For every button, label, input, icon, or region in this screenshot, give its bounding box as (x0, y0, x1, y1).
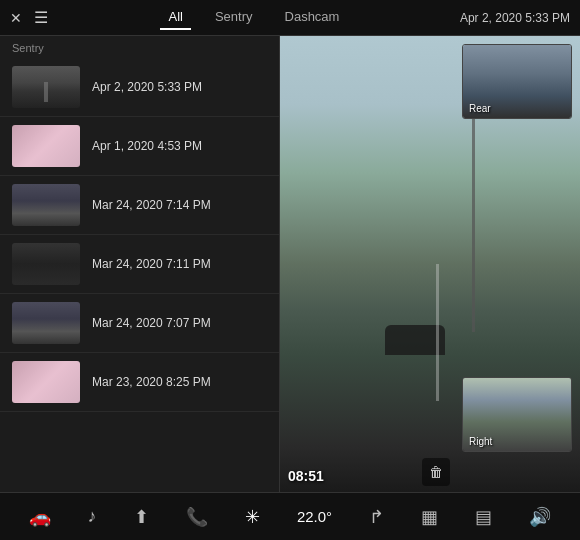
clip-date: Mar 24, 2020 7:14 PM (92, 198, 267, 212)
signal-icon[interactable]: ▤ (475, 506, 492, 528)
rear-camera-label: Rear (469, 103, 491, 114)
list-item[interactable]: Apr 2, 2020 5:33 PM (0, 58, 279, 117)
music-icon[interactable]: ♪ (88, 506, 97, 527)
clip-date: Mar 23, 2020 8:25 PM (92, 375, 267, 389)
tab-dashcam[interactable]: Dashcam (277, 5, 348, 30)
clip-list: Apr 2, 2020 5:33 PM Apr 1, 2020 4:53 PM … (0, 58, 279, 492)
header-time: Apr 2, 2020 5:33 PM (460, 11, 570, 25)
upload-icon[interactable]: ⬆ (134, 506, 149, 528)
nav-icon[interactable]: ↱ (369, 506, 384, 528)
temperature-display[interactable]: 22.0° (297, 508, 332, 525)
phone-icon[interactable]: 📞 (186, 506, 208, 528)
right-panel: Rear Right 08:51 🗑 (280, 36, 580, 492)
main-content: Sentry Apr 2, 2020 5:33 PM Apr 1, 2020 4… (0, 36, 580, 492)
right-camera-overlay: Right (462, 377, 572, 452)
main-video-view: Rear Right 08:51 🗑 (280, 36, 580, 492)
volume-icon[interactable]: 🔊 (529, 506, 551, 528)
clip-meta: Mar 24, 2020 7:14 PM (92, 198, 267, 212)
list-item[interactable]: Mar 24, 2020 7:07 PM (0, 294, 279, 353)
fan-icon[interactable]: ✳ (245, 506, 260, 528)
video-timestamp: 08:51 (288, 468, 324, 484)
top-bar-tabs: All Sentry Dashcam (64, 5, 444, 30)
clip-thumbnail (12, 302, 80, 344)
clip-date: Apr 2, 2020 5:33 PM (92, 80, 267, 94)
clip-meta: Mar 24, 2020 7:11 PM (92, 257, 267, 271)
clip-thumbnail (12, 243, 80, 285)
close-icon[interactable]: ✕ (10, 10, 22, 26)
delete-button[interactable]: 🗑 (422, 458, 450, 486)
list-item[interactable]: Mar 23, 2020 8:25 PM (0, 353, 279, 412)
list-item[interactable]: Apr 1, 2020 4:53 PM (0, 117, 279, 176)
bottom-bar: 🚗 ♪ ⬆ 📞 ✳ 22.0° ↱ ▦ ▤ 🔊 (0, 492, 580, 540)
list-item[interactable]: Mar 24, 2020 7:14 PM (0, 176, 279, 235)
right-camera-label: Right (469, 436, 492, 447)
left-panel: Sentry Apr 2, 2020 5:33 PM Apr 1, 2020 4… (0, 36, 280, 492)
clip-date: Mar 24, 2020 7:11 PM (92, 257, 267, 271)
top-bar-left: ✕ ☰ (10, 8, 48, 27)
clip-thumbnail (12, 361, 80, 403)
clip-meta: Apr 2, 2020 5:33 PM (92, 80, 267, 94)
list-item[interactable]: Mar 24, 2020 7:11 PM (0, 235, 279, 294)
top-bar: ✕ ☰ All Sentry Dashcam Apr 2, 2020 5:33 … (0, 0, 580, 36)
clip-meta: Mar 24, 2020 7:07 PM (92, 316, 267, 330)
scene-element (472, 104, 475, 332)
tab-sentry[interactable]: Sentry (207, 5, 261, 30)
clip-thumbnail (12, 66, 80, 108)
scene-element (436, 264, 439, 401)
temp-value: 22.0° (297, 508, 332, 525)
clip-meta: Apr 1, 2020 4:53 PM (92, 139, 267, 153)
car-icon[interactable]: 🚗 (29, 506, 51, 528)
clip-date: Apr 1, 2020 4:53 PM (92, 139, 267, 153)
section-label: Sentry (0, 36, 279, 58)
clip-thumbnail (12, 125, 80, 167)
clip-date: Mar 24, 2020 7:07 PM (92, 316, 267, 330)
clip-thumbnail (12, 184, 80, 226)
clip-meta: Mar 23, 2020 8:25 PM (92, 375, 267, 389)
menu-icon[interactable]: ☰ (34, 8, 48, 27)
wifi-icon[interactable]: ▦ (421, 506, 438, 528)
tab-all[interactable]: All (160, 5, 190, 30)
rear-camera-overlay: Rear (462, 44, 572, 119)
